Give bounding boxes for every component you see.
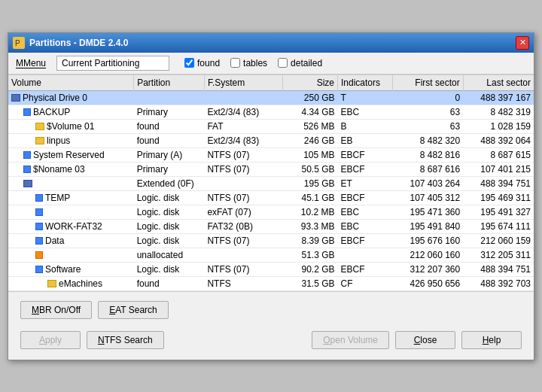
cell-fsystem: NTFS (07) bbox=[204, 147, 282, 162]
cell-partition: found bbox=[134, 276, 205, 290]
cell-partition: Extended (0F) bbox=[134, 176, 205, 190]
main-window: P Partitions - DMDE 2.4.0 ✕ MMenu Curren… bbox=[8, 32, 534, 360]
tables-checkbox-label[interactable]: tables bbox=[230, 58, 267, 68]
title-bar: P Partitions - DMDE 2.4.0 ✕ bbox=[8, 33, 534, 53]
close-window-button[interactable]: Close bbox=[395, 331, 455, 349]
cell-last-sector: 1 028 159 bbox=[463, 119, 534, 133]
cell-first-sector: 8 482 816 bbox=[392, 147, 463, 162]
detailed-label: detailed bbox=[291, 58, 322, 68]
cell-partition: Logic. disk bbox=[134, 205, 205, 219]
ntfs-search-button[interactable]: NTFS Search bbox=[87, 331, 164, 349]
open-volume-button[interactable]: Open Volume bbox=[312, 331, 389, 349]
table-row[interactable]: BACKUP Primary Ext2/3/4 (83) 4.34 GB EBC… bbox=[8, 105, 534, 119]
eat-search-button[interactable]: EAT Search bbox=[98, 301, 169, 319]
disk-icon bbox=[35, 194, 43, 202]
cell-fsystem: NTFS bbox=[204, 276, 282, 290]
cell-partition bbox=[134, 90, 205, 105]
cell-size: 45.1 GB bbox=[283, 190, 338, 205]
cell-first-sector: 195 491 840 bbox=[392, 219, 463, 233]
table-row[interactable]: $Volume 01 found FAT 526 MB B 63 1 028 1… bbox=[8, 119, 534, 133]
detailed-checkbox[interactable] bbox=[278, 58, 288, 68]
cell-indicators: B bbox=[338, 119, 393, 133]
cell-last-sector: 195 469 311 bbox=[463, 190, 534, 205]
folder-icon bbox=[35, 137, 44, 144]
cell-first-sector: 8 687 616 bbox=[392, 162, 463, 176]
cell-indicators: ET bbox=[338, 176, 393, 190]
cell-last-sector: 107 401 215 bbox=[463, 162, 534, 176]
drive-icon bbox=[23, 180, 32, 187]
cell-last-sector: 488 394 751 bbox=[463, 176, 534, 190]
detailed-checkbox-label[interactable]: detailed bbox=[278, 58, 322, 68]
cell-indicators: EBC bbox=[338, 105, 393, 119]
cell-indicators: EBC bbox=[338, 219, 393, 233]
cell-size: 90.2 GB bbox=[283, 262, 338, 276]
cell-fsystem: FAT32 (0B) bbox=[204, 219, 282, 233]
table-row[interactable]: TEMP Logic. disk NTFS (07) 45.1 GB EBCF … bbox=[8, 190, 534, 205]
cell-volume: eMachines bbox=[8, 276, 134, 290]
cell-size: 93.3 MB bbox=[283, 219, 338, 233]
col-header-partition: Partition bbox=[134, 75, 205, 91]
cell-first-sector: 8 482 320 bbox=[392, 133, 463, 147]
cell-volume: BACKUP bbox=[8, 105, 134, 119]
partitioning-dropdown[interactable]: Current Partitioning Scan Partitions bbox=[56, 56, 169, 71]
table-row[interactable]: Data Logic. disk NTFS (07) 8.39 GB EBCF … bbox=[8, 233, 534, 248]
cell-indicators: EBC bbox=[338, 205, 393, 219]
disk-icon bbox=[35, 237, 43, 245]
cell-indicators: CF bbox=[338, 276, 393, 290]
table-row[interactable]: eMachines found NTFS 31.5 GB CF 426 950 … bbox=[8, 276, 534, 290]
cell-volume: $Noname 03 bbox=[8, 162, 134, 176]
cell-last-sector: 8 687 615 bbox=[463, 147, 534, 162]
table-row[interactable]: linpus found Ext2/3/4 (83) 246 GB EB 8 4… bbox=[8, 133, 534, 147]
mbr-onoff-button[interactable]: MBR On/Off bbox=[20, 301, 92, 319]
menu-item[interactable]: MMenu bbox=[13, 56, 49, 70]
cell-partition: Logic. disk bbox=[134, 190, 205, 205]
help-button[interactable]: Help bbox=[461, 331, 522, 349]
cell-last-sector: 8 482 319 bbox=[463, 105, 534, 119]
cell-first-sector: 63 bbox=[392, 105, 463, 119]
table-row[interactable]: $Noname 03 Primary NTFS (07) 50.5 GB EBC… bbox=[8, 162, 534, 176]
partitions-table: Volume Partition F.System Size Indicator… bbox=[8, 75, 534, 291]
cell-indicators: EBCF bbox=[338, 162, 393, 176]
cell-last-sector: 488 394 751 bbox=[463, 262, 534, 276]
cell-size: 4.34 GB bbox=[283, 105, 338, 119]
cell-indicators: EB bbox=[338, 133, 393, 147]
cell-indicators: EBCF bbox=[338, 233, 393, 248]
table-row[interactable]: Physical Drive 0 250 GB T 0 488 397 167 bbox=[8, 90, 534, 105]
table-header-row: Volume Partition F.System Size Indicator… bbox=[8, 75, 534, 91]
cell-size: 195 GB bbox=[283, 176, 338, 190]
cell-volume: Physical Drive 0 bbox=[8, 90, 134, 105]
cell-first-sector: 107 403 264 bbox=[392, 176, 463, 190]
found-checkbox-label[interactable]: found bbox=[184, 58, 220, 68]
table-row[interactable]: Extended (0F) 195 GB ET 107 403 264 488 … bbox=[8, 176, 534, 190]
cell-fsystem bbox=[204, 176, 282, 190]
apply-button[interactable]: Apply bbox=[20, 331, 81, 349]
cell-last-sector: 488 392 064 bbox=[463, 133, 534, 147]
cell-first-sector: 107 405 312 bbox=[392, 190, 463, 205]
col-header-fsystem: F.System bbox=[204, 75, 282, 91]
cell-fsystem bbox=[204, 90, 282, 105]
filter-checkboxes: found tables detailed bbox=[184, 58, 322, 68]
table-row[interactable]: Software Logic. disk NTFS (07) 90.2 GB E… bbox=[8, 262, 534, 276]
cell-fsystem: exFAT (07) bbox=[204, 205, 282, 219]
cell-size: 31.5 GB bbox=[283, 276, 338, 290]
close-button[interactable]: ✕ bbox=[516, 36, 529, 50]
cell-volume bbox=[8, 248, 134, 262]
table-row[interactable]: Logic. disk exFAT (07) 10.2 MB EBC 195 4… bbox=[8, 205, 534, 219]
cell-first-sector: 63 bbox=[392, 119, 463, 133]
tables-checkbox[interactable] bbox=[230, 58, 240, 68]
cell-first-sector: 426 950 656 bbox=[392, 276, 463, 290]
table-row[interactable]: WORK-FAT32 Logic. disk FAT32 (0B) 93.3 M… bbox=[8, 219, 534, 233]
disk-icon bbox=[35, 223, 43, 230]
disk-icon bbox=[35, 208, 43, 216]
cell-volume bbox=[8, 176, 134, 190]
folder-icon bbox=[47, 280, 56, 287]
cell-size: 8.39 GB bbox=[283, 233, 338, 248]
table-row[interactable]: System Reserved Primary (A) NTFS (07) 10… bbox=[8, 147, 534, 162]
cell-last-sector: 312 205 311 bbox=[463, 248, 534, 262]
found-checkbox[interactable] bbox=[184, 58, 194, 68]
cell-size: 250 GB bbox=[283, 90, 338, 105]
cell-indicators: EBCF bbox=[338, 147, 393, 162]
table-row[interactable]: unallocated 51.3 GB 212 060 160 312 205 … bbox=[8, 248, 534, 262]
cell-last-sector: 488 392 703 bbox=[463, 276, 534, 290]
cell-last-sector: 212 060 159 bbox=[463, 233, 534, 248]
